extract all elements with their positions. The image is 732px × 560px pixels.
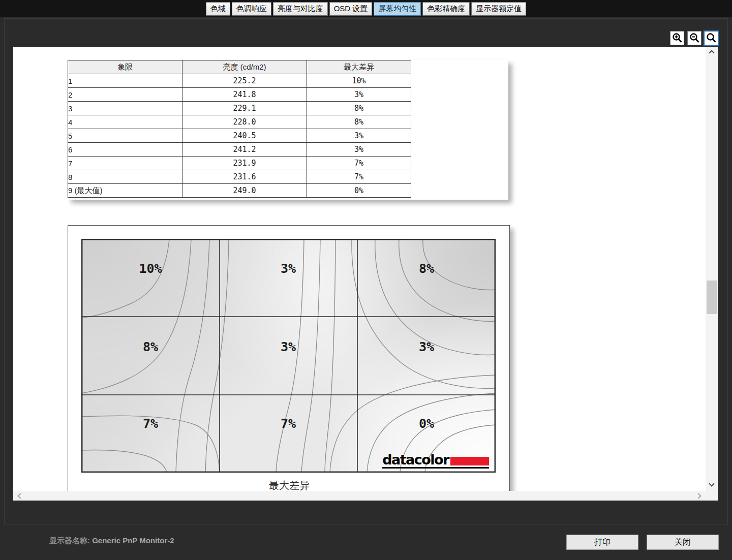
app-window: 色域 色调响应 亮度与对比度 OSD 设置 屏幕均匀性 色彩精确度 显示器额定值 — [0, 0, 732, 560]
tab-label: 色调响应 — [236, 4, 267, 14]
datacolor-logo-text: datacolor — [382, 454, 449, 466]
col-header-quadrant: 象限 — [68, 60, 182, 74]
table-row: 5240.53% — [68, 129, 411, 143]
horizontal-scrollbar[interactable] — [13, 491, 706, 501]
luminance-cell: 225.2 — [182, 74, 307, 88]
cell-difference-label: 0% — [419, 416, 434, 431]
zoom-out-button[interactable] — [687, 31, 702, 45]
luminance-cell: 241.2 — [182, 143, 307, 157]
quadrant-cell: 8 — [68, 170, 182, 184]
difference-cell: 7% — [307, 157, 411, 170]
table-row: 7231.97% — [68, 157, 411, 170]
table-row: 6241.23% — [68, 143, 411, 157]
table-row: 8231.67% — [68, 170, 411, 184]
scroll-up-button[interactable] — [706, 49, 718, 57]
tab-tone-response[interactable]: 色调响应 — [232, 2, 271, 16]
table-row: 4228.08% — [68, 115, 411, 129]
luminance-cell: 229.1 — [182, 102, 307, 115]
table-row: 9 (最大值)249.00% — [68, 184, 411, 198]
monitor-name-label: 显示器名称: — [49, 536, 90, 545]
col-header-luminance: 亮度 (cd/m2) — [182, 60, 307, 74]
luminance-cell: 241.8 — [182, 88, 307, 102]
table-header-row: 象限 亮度 (cd/m2) 最大差异 — [68, 60, 411, 74]
magnifier-icon — [706, 33, 717, 44]
quadrant-cell: 9 (最大值) — [68, 184, 182, 198]
cell-difference-label: 8% — [419, 261, 434, 276]
zoom-in-button[interactable] — [670, 31, 684, 45]
report-viewport: 象限 亮度 (cd/m2) 最大差异 1225.210% 2241.83% 32… — [13, 47, 706, 491]
cell-difference-label: 8% — [143, 339, 158, 354]
tab-color-accuracy[interactable]: 色彩精确度 — [422, 2, 470, 16]
quadrant-cell: 2 — [68, 88, 182, 102]
tab-color-gamut[interactable]: 色域 — [206, 2, 230, 16]
table-row: 1225.210% — [68, 74, 411, 88]
tab-label: 色域 — [210, 4, 226, 14]
scrollbar-corner — [706, 491, 718, 501]
difference-cell: 3% — [307, 88, 411, 102]
plot-caption: 最大差异 — [68, 479, 510, 491]
cell-difference-label: 7% — [281, 416, 296, 431]
magnifier-minus-icon — [689, 33, 700, 44]
difference-cell: 3% — [307, 143, 411, 157]
tab-monitor-rating[interactable]: 显示器额定值 — [471, 2, 526, 16]
quadrant-cell: 3 — [68, 102, 182, 115]
cell-difference-label: 3% — [281, 261, 296, 276]
uniformity-map-card: 10% 3% 8% 8% 3% 3% 7% 7% 0% datacolor 最大… — [68, 225, 510, 491]
luminance-cell: 228.0 — [182, 115, 307, 129]
print-button-label: 打印 — [594, 537, 611, 548]
cell-difference-label: 3% — [419, 339, 434, 354]
close-button-label: 关闭 — [675, 537, 691, 548]
quadrant-cell: 1 — [68, 74, 182, 88]
difference-cell: 8% — [307, 115, 411, 129]
difference-cell: 8% — [307, 102, 411, 115]
difference-cell: 3% — [307, 129, 411, 143]
tab-osd-settings[interactable]: OSD 设置 — [329, 2, 373, 16]
chevron-up-icon — [709, 50, 714, 55]
scroll-left-button[interactable] — [16, 491, 24, 501]
tab-label: 屏幕均匀性 — [378, 4, 416, 14]
quadrant-cell: 6 — [68, 143, 182, 157]
quadrant-cell: 5 — [68, 129, 182, 143]
print-button[interactable]: 打印 — [566, 535, 638, 550]
uniformity-table: 象限 亮度 (cd/m2) 最大差异 1225.210% 2241.83% 32… — [68, 60, 411, 198]
scroll-right-button[interactable] — [694, 491, 703, 501]
scroll-down-button[interactable] — [706, 480, 718, 488]
luminance-cell: 231.9 — [182, 157, 307, 170]
zoom-mode-button[interactable] — [704, 30, 719, 46]
luminance-cell: 240.5 — [182, 129, 307, 143]
monitor-name-value: Generic PnP Monitor-2 — [92, 536, 174, 545]
chevron-left-icon — [17, 493, 23, 499]
monitor-name-text: 显示器名称: Generic PnP Monitor-2 — [49, 536, 174, 546]
chevron-right-icon — [695, 493, 701, 499]
col-header-difference: 最大差异 — [307, 60, 411, 74]
table-row: 2241.83% — [68, 88, 411, 102]
cell-difference-label: 10% — [139, 261, 162, 276]
uniformity-contour-plot: 10% 3% 8% 8% 3% 3% 7% 7% 0% datacolor — [81, 239, 496, 473]
table-row: 3229.18% — [68, 102, 411, 115]
vertical-scrollbar-thumb[interactable] — [707, 281, 717, 314]
tab-label: 显示器额定值 — [476, 4, 522, 14]
difference-cell: 10% — [307, 74, 411, 88]
vertical-scrollbar[interactable] — [706, 47, 718, 491]
datacolor-logo: datacolor — [382, 454, 489, 469]
cell-difference-label: 7% — [143, 416, 158, 431]
uniformity-table-card: 象限 亮度 (cd/m2) 最大差异 1225.210% 2241.83% 32… — [68, 60, 508, 200]
tab-brightness-contrast[interactable]: 亮度与对比度 — [273, 2, 328, 16]
tab-label: OSD 设置 — [334, 4, 368, 14]
cell-difference-label: 3% — [281, 339, 296, 354]
datacolor-logo-red-bar — [450, 457, 489, 465]
difference-cell: 7% — [307, 170, 411, 184]
luminance-cell: 231.6 — [182, 170, 307, 184]
tab-label: 色彩精确度 — [427, 4, 465, 14]
luminance-cell: 249.0 — [182, 184, 307, 198]
magnifier-plus-icon — [672, 33, 683, 44]
quadrant-cell: 4 — [68, 115, 182, 129]
tab-screen-uniformity[interactable]: 屏幕均匀性 — [374, 2, 421, 16]
close-button[interactable]: 关闭 — [647, 535, 719, 550]
quadrant-cell: 7 — [68, 157, 182, 170]
chevron-down-icon — [709, 481, 714, 486]
difference-cell: 0% — [307, 184, 411, 198]
tab-bar: 色域 色调响应 亮度与对比度 OSD 设置 屏幕均匀性 色彩精确度 显示器额定值 — [0, 0, 732, 17]
tab-label: 亮度与对比度 — [278, 4, 323, 14]
